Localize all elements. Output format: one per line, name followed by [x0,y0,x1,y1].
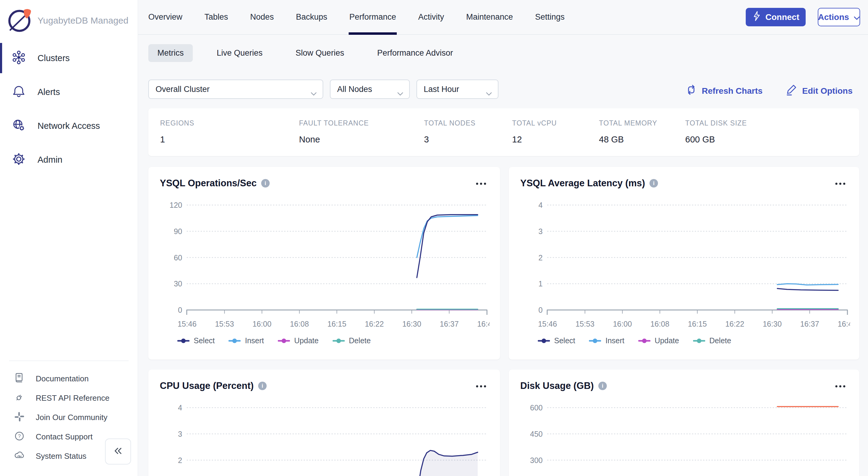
legend-insert[interactable]: Insert [589,336,624,345]
subtab-slow-queries[interactable]: Slow Queries [287,44,353,62]
stat-total-vcpu: TOTAL vCPU 12 [512,108,599,156]
legend-label: Update [294,336,319,345]
svg-text:120: 120 [169,201,182,209]
svg-text:90: 90 [174,227,182,236]
chart-card-cpu-usage: CPU Usage (Percent) i 4321015:4615:5316:… [148,370,500,476]
sidebar-item-clusters[interactable]: Clusters [0,41,138,75]
cloud-icon [13,449,25,463]
svg-text:16:22: 16:22 [365,320,384,328]
subtab-live-queries[interactable]: Live Queries [208,44,272,62]
svg-text:16:00: 16:00 [252,320,272,328]
chevron-down-icon [397,88,403,98]
tab-maintenance[interactable]: Maintenance [466,0,513,34]
clusters-icon [11,50,26,66]
header-actions: Connect Actions [746,8,860,26]
subtab-metrics[interactable]: Metrics [148,44,193,62]
stat-value: 12 [512,135,599,144]
refresh-icon [685,84,697,98]
tab-activity[interactable]: Activity [418,0,444,34]
legend-delete[interactable]: Delete [693,336,731,345]
info-icon[interactable]: i [258,382,267,390]
stat-total-nodes: TOTAL NODES 3 [424,108,512,156]
info-icon[interactable]: i [261,179,270,188]
svg-text:15:46: 15:46 [538,320,557,328]
footer-item-label: REST API Reference [36,394,110,403]
legend-marker [638,338,650,343]
tab-settings[interactable]: Settings [535,0,565,34]
tab-nodes[interactable]: Nodes [250,0,274,34]
chart-menu-button[interactable] [476,183,486,185]
tab-tables[interactable]: Tables [205,0,228,34]
refresh-charts-label: Refresh Charts [702,86,763,96]
svg-text:16:37: 16:37 [800,320,819,328]
tab-overview[interactable]: Overview [148,0,183,34]
legend-marker [693,338,705,343]
sidebar-item-community[interactable]: Join Our Community [0,408,138,427]
svg-text:?: ? [18,434,21,439]
sidebar-collapse-button[interactable] [105,439,131,465]
svg-text:15:46: 15:46 [178,320,197,328]
legend-label: Update [655,336,679,345]
tab-backups[interactable]: Backups [296,0,328,34]
sidebar-item-documentation[interactable]: Documentation [0,369,138,388]
chart-menu-button[interactable] [476,385,486,387]
chart-legend: Select Insert Update Delete [538,336,731,345]
info-icon[interactable]: i [650,179,658,188]
legend-update[interactable]: Update [638,336,679,345]
svg-text:16:08: 16:08 [650,320,670,328]
brand-header: YugabyteDB Managed [0,0,138,36]
nodes-select[interactable]: All Nodes [330,79,410,99]
legend-marker [228,338,241,343]
svg-text:16:46: 16:46 [477,320,490,328]
refresh-charts-button[interactable]: Refresh Charts [685,84,763,98]
legend-update[interactable]: Update [278,336,319,345]
svg-text:15:53: 15:53 [575,320,594,328]
svg-text:450: 450 [530,430,542,438]
stat-regions: REGIONS 1 [160,108,299,156]
legend-insert[interactable]: Insert [228,336,264,345]
chart-card-ysql-operations: YSQL Operations/Sec i 120906030015:4615:… [148,167,500,360]
tab-performance[interactable]: Performance [349,0,396,34]
info-icon[interactable]: i [598,382,607,390]
disk-usage-chart: 600450300150015:4615:5316:0016:0816:1516… [517,402,850,476]
time-range-value: Last Hour [424,85,459,94]
svg-text:15:53: 15:53 [215,320,234,328]
connect-button[interactable]: Connect [746,8,806,26]
svg-text:2: 2 [538,253,542,262]
chart-menu-button[interactable] [835,385,845,387]
brand-name: YugabyteDB Managed [37,15,128,26]
subtab-performance-advisor[interactable]: Performance Advisor [368,44,462,62]
edit-options-button[interactable]: Edit Options [786,83,852,98]
sidebar-divider [9,361,129,361]
sidebar-item-alerts[interactable]: Alerts [0,75,138,109]
sidebar-item-network-access[interactable]: Network Access [0,109,138,143]
svg-text:16:15: 16:15 [328,320,346,328]
footer-item-label: Join Our Community [36,413,107,422]
chart-menu-button[interactable] [835,183,845,185]
sidebar: YugabyteDB Managed Clusters [0,0,138,476]
legend-select[interactable]: Select [538,336,575,345]
cluster-select[interactable]: Overall Cluster [148,79,323,99]
stat-value: 3 [424,135,512,144]
chart-card-disk-usage: Disk Usage (GB) i 600450300150015:4615:5… [509,370,859,476]
question-circle-icon: ? [13,430,25,443]
svg-text:16:46: 16:46 [838,320,850,328]
legend-label: Delete [709,336,731,345]
chevron-down-icon [486,88,492,98]
sidebar-nav: Clusters Alerts [0,41,138,177]
legend-delete[interactable]: Delete [333,336,371,345]
legend-label: Select [554,336,575,345]
sidebar-item-rest-api[interactable]: REST API Reference [0,388,138,408]
time-range-select[interactable]: Last Hour [416,79,498,99]
slack-icon [13,411,25,424]
stat-label: TOTAL MEMORY [599,119,685,127]
legend-select[interactable]: Select [177,336,215,345]
svg-text:16:08: 16:08 [290,320,309,328]
actions-button[interactable]: Actions [818,8,860,26]
stat-value: 1 [160,135,299,144]
stat-value: 48 GB [599,135,685,144]
svg-text:4: 4 [178,403,182,412]
sidebar-item-admin[interactable]: Admin [0,143,138,177]
svg-text:4: 4 [538,201,542,209]
chart-title: YSQL Operations/Sec [160,178,257,189]
